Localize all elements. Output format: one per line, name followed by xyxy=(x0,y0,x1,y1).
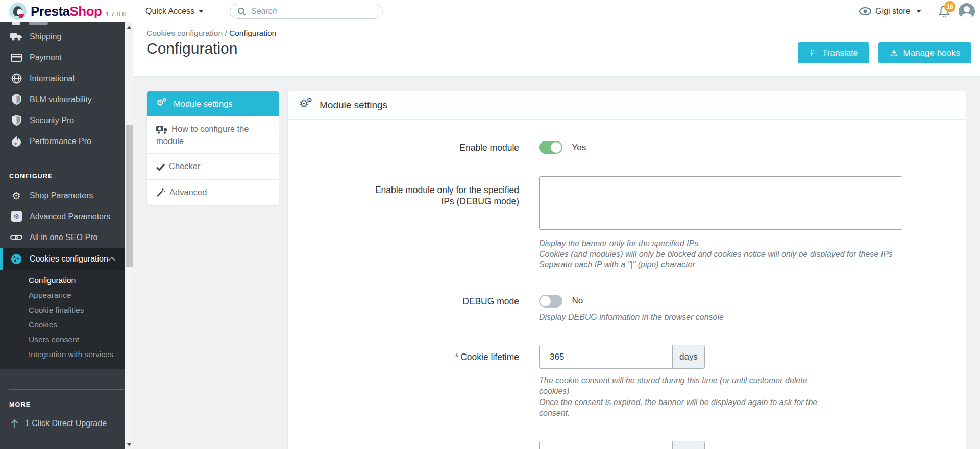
caret-down-icon xyxy=(199,10,204,13)
store-switcher[interactable]: Gigi store xyxy=(859,0,921,22)
banner-again-group: days xyxy=(539,441,705,449)
field-label: Enable module xyxy=(288,141,519,153)
form-row-debug-ips: Enable module only for the specified IPs… xyxy=(288,176,966,270)
sidebar-item-performance-pro[interactable]: Performance Pro xyxy=(0,131,125,152)
toggle-state-label: Yes xyxy=(572,143,586,152)
check-icon xyxy=(156,161,165,173)
ambulance-icon xyxy=(156,124,167,135)
active-indicator-bar xyxy=(0,248,3,270)
upgrade-arrow-icon xyxy=(10,419,19,428)
gears-icon: ⚙⚙ xyxy=(299,99,314,112)
link-icon xyxy=(10,232,22,243)
breadcrumb: Cookies configuration / Configuration xyxy=(146,29,276,38)
notification-badge: 18 xyxy=(944,1,955,12)
manage-hooks-button[interactable]: ⚓ Manage hooks xyxy=(878,42,971,63)
scrollbar-down-button[interactable] xyxy=(125,440,133,449)
form-row-debug-mode: DEBUG mode No Display DEBUG information … xyxy=(288,295,966,323)
unit-addon: days xyxy=(672,345,705,369)
notifications-button[interactable]: 18 xyxy=(938,4,955,19)
enable-module-toggle[interactable] xyxy=(539,141,562,154)
truck-icon xyxy=(10,31,22,42)
sidebar-scrollbar[interactable] xyxy=(125,22,133,449)
cookie-lifetime-group: days xyxy=(539,345,705,369)
global-search[interactable] xyxy=(230,4,383,19)
user-avatar[interactable] xyxy=(959,3,975,19)
module-settings-form: Enable module Yes Enable module only for… xyxy=(288,120,966,449)
module-settings-card: ⚙⚙ Module settings Enable module Yes Ena… xyxy=(287,91,966,449)
card-title: Module settings xyxy=(320,100,387,111)
gear-box-icon: ⚙ xyxy=(10,211,22,222)
tab-checker[interactable]: Checker xyxy=(147,154,279,180)
cookies-configuration-block: Cookies configuration Configuration Appe… xyxy=(0,248,125,369)
sidebar-item-shop-parameters[interactable]: ⚙ Shop Parameters xyxy=(0,185,125,206)
breadcrumb-current: Configuration xyxy=(229,29,276,37)
search-input[interactable] xyxy=(251,7,369,16)
debug-mode-toggle[interactable] xyxy=(539,295,562,308)
chevron-up-icon xyxy=(108,256,115,261)
field-help: Display the banner only for the specifie… xyxy=(539,239,966,270)
toggle-state-label: No xyxy=(572,296,583,305)
triangle-down-icon xyxy=(127,443,131,446)
caret-down-icon xyxy=(916,10,921,13)
eye-icon xyxy=(859,7,871,15)
shield-icon xyxy=(10,115,22,126)
shield-icon xyxy=(10,94,22,105)
settings-tab-panel: ⚙⚙Module settings How to configure the m… xyxy=(146,91,279,206)
sidebar-item-payment[interactable]: Payment xyxy=(0,47,125,68)
triangle-up-icon xyxy=(127,26,131,29)
magic-wand-icon xyxy=(156,187,165,199)
card-header: ⚙⚙ Module settings xyxy=(288,91,966,120)
page-header: Cookies configuration / Configuration Co… xyxy=(133,22,980,77)
search-icon xyxy=(237,7,246,16)
field-label: *Cookie lifetime xyxy=(288,345,519,363)
submenu-item-cookies[interactable]: Cookies xyxy=(0,317,125,332)
required-mark: * xyxy=(455,352,458,362)
form-row-cookie-lifetime: *Cookie lifetime days The cookie consent… xyxy=(288,345,966,418)
sidebar-item-1-click-upgrade[interactable]: 1 Click Direct Upgrade xyxy=(0,413,125,434)
cookie-icon xyxy=(10,253,22,265)
cookies-submenu: Configuration Appearance Cookie finaliti… xyxy=(0,270,125,369)
field-help: Display DEBUG information in the browser… xyxy=(539,312,966,323)
cookie-lifetime-input[interactable] xyxy=(539,345,672,369)
field-help: The cookie consent will be stored during… xyxy=(539,375,966,418)
breadcrumb-separator: / xyxy=(225,29,229,37)
prestashop-logo[interactable]: PrestaShop 1.7.8.8 xyxy=(9,3,126,20)
scrollbar-up-button[interactable] xyxy=(125,22,133,31)
sidebar-section-more: MORE xyxy=(0,390,125,413)
scrollbar-thumb[interactable] xyxy=(126,125,133,267)
sidebar-item-cookies-configuration[interactable]: Cookies configuration xyxy=(0,248,125,270)
globe-icon xyxy=(10,73,22,84)
form-row-enable-module: Enable module Yes xyxy=(288,141,966,154)
prestashop-squirrel-icon xyxy=(9,3,27,20)
sidebar-item-shipping[interactable]: Shipping xyxy=(0,26,125,47)
sidebar-item-advanced-parameters[interactable]: ⚙ Advanced Parameters xyxy=(0,206,125,227)
person-icon xyxy=(959,3,975,19)
sidebar-item-international[interactable]: International xyxy=(0,68,125,89)
sidebar-section-configure: CONFIGURE xyxy=(0,161,125,185)
anchor-icon: ⚓ xyxy=(890,49,898,58)
tab-module-settings[interactable]: ⚙⚙Module settings xyxy=(147,91,279,116)
flame-icon xyxy=(10,136,22,147)
quick-access-menu[interactable]: Quick Access xyxy=(145,0,204,22)
tab-how-to-configure[interactable]: How to configure the module xyxy=(147,116,279,154)
submenu-item-cookie-finalities[interactable]: Cookie finalities xyxy=(0,302,125,317)
sidebar-item-blm-vulnerability[interactable]: BLM vulnerability xyxy=(0,89,125,110)
sidebar-item-security-pro[interactable]: Security Pro xyxy=(0,110,125,131)
submenu-item-appearance[interactable]: Appearance xyxy=(0,288,125,302)
breadcrumb-parent[interactable]: Cookies configuration xyxy=(146,29,223,37)
form-row-banner-again: *Display the banner again after X days i… xyxy=(288,441,966,449)
sidebar-item-all-in-one-seo[interactable]: All in one SEO Pro xyxy=(0,227,125,248)
banner-again-input[interactable] xyxy=(539,441,672,449)
tab-advanced[interactable]: Advanced xyxy=(147,180,279,205)
gears-icon: ⚙⚙ xyxy=(156,99,169,108)
submenu-item-configuration[interactable]: Configuration xyxy=(0,273,125,288)
submenu-item-users-consent[interactable]: Users consent xyxy=(0,332,125,347)
field-label: Enable module only for the specified IPs… xyxy=(288,176,519,207)
debug-ips-textarea[interactable] xyxy=(539,176,902,230)
brand-wordmark: PrestaShop xyxy=(31,4,102,19)
version-label: 1.7.8.8 xyxy=(106,10,126,20)
submenu-item-integration-with-services[interactable]: Integration with services xyxy=(0,347,125,362)
translate-button[interactable]: ⚐ Translate xyxy=(798,42,869,63)
flag-icon: ⚐ xyxy=(809,49,817,58)
unit-addon: days xyxy=(672,441,705,449)
